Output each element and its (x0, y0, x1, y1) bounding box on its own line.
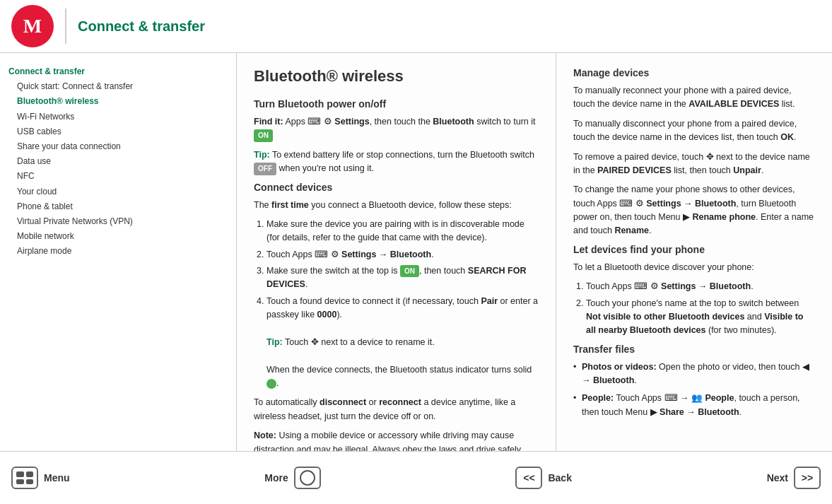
transfer-photos: Photos or videos: Open the photo or vide… (573, 361, 815, 388)
sidebar-item-your-cloud[interactable]: Your cloud (6, 184, 230, 199)
next-label: Next (767, 472, 788, 484)
more-button[interactable]: More (264, 467, 320, 489)
first-time-bold: first time (271, 200, 309, 210)
motorola-logo: M (11, 5, 54, 47)
more-icon (294, 467, 321, 489)
note-para: Note: Using a mobile device or accessory… (254, 429, 539, 451)
let-step2: Touch your phone's name at the top to sw… (586, 297, 815, 338)
sidebar-item-share-data[interactable]: Share your data connection (6, 139, 230, 154)
main-layout: Connect & transfer Quick start: Connect … (0, 53, 832, 451)
content-area: Bluetooth® wireless Turn Bluetooth power… (237, 53, 832, 451)
sidebar-item-data-use[interactable]: Data use (6, 154, 230, 169)
step4: Touch a found device to connect it (if n… (266, 295, 539, 391)
let-devices-steps: Touch Apps ⌨ ⚙ Settings → Bluetooth. Tou… (586, 280, 815, 338)
sidebar-item-usb[interactable]: USB cables (6, 124, 230, 139)
manage-para4: To change the name your phone shows to o… (573, 183, 815, 238)
let-devices-section-title: Let devices find your phone (573, 244, 815, 255)
sidebar-item-wifi[interactable]: Wi-Fi Networks (6, 110, 230, 124)
turn-on-section-title: Turn Bluetooth power on/off (254, 98, 539, 110)
manage-para3: To remove a paired device, touch ✥ next … (573, 151, 815, 178)
auto-connect-para: To automatically disconnect or reconnect… (254, 396, 539, 423)
find-it-label: Find it: (254, 117, 283, 127)
back-label: Back (548, 472, 571, 484)
tip2-label: Tip: (266, 337, 283, 347)
footer-nav: Menu More << Back Next >> (0, 451, 832, 504)
back-button[interactable]: << Back (515, 467, 571, 489)
sidebar-item-connect-transfer[interactable]: Connect & transfer (6, 64, 230, 79)
page-title: Bluetooth® wireless (254, 67, 539, 86)
more-label: More (264, 472, 288, 484)
manage-para1: To manually reconnect your phone with a … (573, 84, 815, 112)
off-badge: OFF (254, 163, 276, 175)
sidebar-item-bluetooth[interactable]: Bluetooth® wireless (6, 94, 230, 109)
bluetooth-label: Bluetooth (433, 117, 474, 127)
find-it-para: Find it: Apps ⌨ ⚙ Settings, then touch t… (254, 115, 539, 143)
tip1-label: Tip: (254, 150, 270, 160)
sidebar: Connect & transfer Quick start: Connect … (0, 53, 237, 451)
bluetooth-dot (266, 379, 276, 389)
tip1-para: Tip: To extend battery life or stop conn… (254, 148, 539, 176)
sidebar-item-nfc[interactable]: NFC (6, 169, 230, 184)
menu-button[interactable]: Menu (11, 467, 70, 489)
header-title: Connect & transfer (78, 18, 205, 35)
sidebar-item-vpn[interactable]: Virtual Private Networks (VPN) (6, 214, 230, 229)
let-devices-intro: To let a Bluetooth device discover your … (573, 261, 815, 274)
step2: Touch Apps ⌨ ⚙ Settings → Bluetooth. (266, 248, 539, 262)
connect-section-title: Connect devices (254, 182, 539, 193)
right-panel: Manage devices To manually reconnect you… (556, 53, 832, 451)
transfer-people: People: Touch Apps ⌨ → 👥 People, touch a… (573, 392, 815, 419)
manage-section-title: Manage devices (573, 67, 815, 78)
menu-icon (11, 467, 38, 489)
next-button[interactable]: Next >> (767, 467, 821, 489)
sidebar-item-phone-tablet[interactable]: Phone & tablet (6, 199, 230, 214)
on-badge-step3: ON (400, 265, 419, 278)
settings-label: Settings (334, 117, 369, 127)
transfer-section-title: Transfer files (573, 344, 815, 355)
note-label: Note: (254, 430, 276, 440)
sidebar-item-quick-start[interactable]: Quick start: Connect & transfer (6, 79, 230, 94)
connect-steps-list: Make sure the device you are pairing wit… (266, 218, 539, 391)
logo-letter: M (23, 15, 42, 37)
left-panel: Bluetooth® wireless Turn Bluetooth power… (237, 53, 556, 451)
sidebar-item-airplane-mode[interactable]: Airplane mode (6, 244, 230, 259)
transfer-list: Photos or videos: Open the photo or vide… (573, 361, 815, 420)
header: M Connect & transfer (0, 0, 832, 53)
step1: Make sure the device you are pairing wit… (266, 218, 539, 245)
header-divider (65, 8, 66, 44)
let-step1: Touch Apps ⌨ ⚙ Settings → Bluetooth. (586, 280, 815, 293)
next-icon: >> (794, 467, 821, 489)
connect-intro: The first time you connect a Bluetooth d… (254, 199, 539, 212)
manage-para2: To manually disconnect your phone from a… (573, 117, 815, 145)
back-icon: << (515, 467, 542, 489)
step3: Make sure the switch at the top is ON, t… (266, 264, 539, 292)
sidebar-item-mobile-network[interactable]: Mobile network (6, 229, 230, 244)
menu-label: Menu (44, 472, 70, 484)
on-badge: ON (254, 129, 273, 142)
